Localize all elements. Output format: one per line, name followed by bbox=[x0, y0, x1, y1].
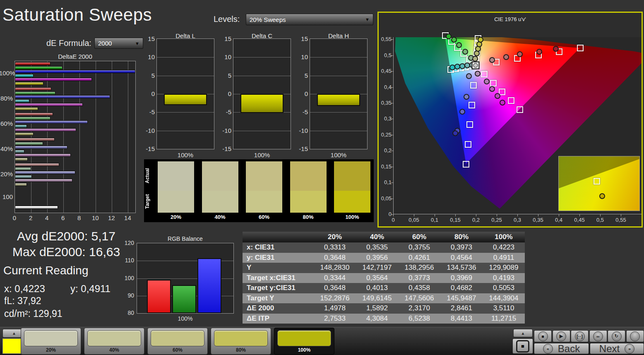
gridline bbox=[233, 76, 291, 76]
pattern-window-button[interactable]: ■ bbox=[512, 338, 533, 354]
current-x: x: 0,4223 bbox=[4, 283, 45, 295]
deltae-bar bbox=[15, 146, 67, 149]
table-row-label: Target Y bbox=[243, 294, 314, 302]
deltae-bar bbox=[15, 158, 28, 161]
patch-label: 40% bbox=[84, 347, 144, 353]
range-button[interactable]: [··] bbox=[571, 330, 589, 342]
deltae-bar bbox=[15, 138, 55, 141]
deltae-bar bbox=[15, 154, 71, 157]
x-tick-label: 0,5 bbox=[594, 217, 607, 223]
deltae-bar bbox=[15, 87, 51, 91]
table-cell: 0,3648 bbox=[314, 284, 356, 292]
deltae2000-group-labels: 100%80%60%40%20%100 bbox=[0, 61, 14, 213]
patch-button-80%[interactable]: 80% bbox=[211, 328, 271, 355]
y-tick-label: 80 bbox=[122, 309, 134, 316]
table-cell: 0,3313 bbox=[314, 243, 356, 252]
table-cell: 0,3773 bbox=[398, 274, 440, 282]
table-cell: 0,3969 bbox=[440, 274, 483, 282]
stop-icon: ■ bbox=[538, 331, 548, 341]
de-formula-dropdown[interactable]: 2000 ▼ bbox=[94, 38, 143, 49]
table-cell: 2,7533 bbox=[314, 314, 356, 323]
loop-icon: ∞ bbox=[593, 331, 603, 341]
y-tick-label: -15 bbox=[293, 145, 308, 152]
table-cell: 129,9089 bbox=[483, 264, 525, 272]
x-tick-label: 0,25 bbox=[490, 217, 503, 223]
patch-swatch bbox=[214, 330, 268, 346]
table-cell: 0,4223 bbox=[483, 243, 525, 252]
expand-controls-button[interactable]: ▲ bbox=[513, 329, 533, 337]
table-cell: 2,3170 bbox=[398, 304, 440, 312]
target-swatch bbox=[290, 191, 327, 213]
group-label: 100 bbox=[0, 193, 13, 200]
table-cell: 0,3344 bbox=[314, 274, 356, 282]
transport-controls: ■▶[··]∞↻ bbox=[534, 330, 644, 342]
play-button[interactable]: ▶ bbox=[553, 330, 570, 342]
current-fl: fL: 37,92 bbox=[4, 295, 41, 307]
patch-button-40%[interactable]: 40% bbox=[84, 328, 144, 355]
x-tick bbox=[600, 214, 601, 216]
table-header-cell: 40% bbox=[356, 233, 398, 241]
table-row: x: CIE310,33130,35350,37550,39730,4223 bbox=[243, 242, 525, 253]
y-tick-label: 0,15 bbox=[379, 163, 392, 170]
red-balance-bar bbox=[147, 280, 171, 313]
x-tick-label: 6 bbox=[57, 214, 69, 221]
gridline bbox=[157, 76, 214, 76]
deltae-bar bbox=[15, 74, 34, 77]
y-tick-label: 10 bbox=[293, 53, 308, 60]
stop-button[interactable]: ■ bbox=[534, 330, 552, 342]
refresh-icon: ↻ bbox=[612, 331, 622, 341]
y-tick-label: 90 bbox=[122, 292, 134, 299]
table-header-cell: 60% bbox=[398, 233, 440, 241]
deltae-bar bbox=[15, 142, 43, 145]
x-tick-label: 4 bbox=[41, 214, 53, 221]
deltae-bar bbox=[15, 113, 53, 116]
table-row: Target Y152,2876149,6145147,5606145,9487… bbox=[243, 293, 525, 304]
measurement-table: 20%40%60%80%100%x: CIE310,33130,35350,37… bbox=[243, 232, 525, 324]
range-icon: [··] bbox=[575, 331, 585, 341]
levels-dropdown[interactable]: 20% Sweeps ▼ bbox=[246, 14, 373, 25]
table-header-cell: 80% bbox=[440, 233, 483, 241]
chevron-up-icon: ▲ bbox=[521, 331, 525, 336]
actual-swatch bbox=[202, 161, 238, 191]
patch-button-60%[interactable]: 60% bbox=[147, 328, 208, 355]
current-cdm2: cd/m²: 129,91 bbox=[4, 308, 62, 319]
record-button[interactable] bbox=[626, 330, 644, 342]
deltae-bar bbox=[15, 171, 75, 174]
x-tick bbox=[621, 214, 621, 216]
x-tick bbox=[393, 214, 394, 216]
current-y: y: 0,4911 bbox=[70, 283, 111, 295]
table-row: y: CIE310,36480,39560,42610,45640,4911 bbox=[243, 253, 525, 263]
table-row-label: Target x:CIE31 bbox=[243, 274, 314, 282]
refresh-button[interactable]: ↻ bbox=[608, 330, 625, 342]
x-tick-label: 0,2 bbox=[469, 217, 483, 223]
gridline bbox=[63, 61, 64, 213]
cie-axes: 00,050,10,150,20,250,30,350,40,450,50,55… bbox=[379, 13, 642, 226]
deltae-bar bbox=[15, 70, 135, 73]
x-tick-label: 0 bbox=[387, 217, 400, 223]
cie-diagram-panel: CIE 1976 u'v' 00,050,10,150,20,250,30,35… bbox=[377, 12, 643, 228]
delta-bar bbox=[164, 94, 207, 105]
group-label: 20% bbox=[0, 170, 13, 178]
gridline bbox=[112, 61, 112, 213]
next-button[interactable]: Next » bbox=[590, 343, 644, 354]
loop-button[interactable]: ∞ bbox=[589, 330, 607, 342]
table-cell: 1,4978 bbox=[314, 304, 356, 312]
y-tick-label: 120 bbox=[122, 240, 134, 246]
gridline bbox=[157, 57, 214, 58]
x-tick-label: 8 bbox=[73, 214, 85, 221]
deltae-bar bbox=[15, 82, 43, 85]
patch-button-20%[interactable]: 20% bbox=[21, 328, 81, 355]
actual-swatch bbox=[246, 161, 282, 191]
x-tick bbox=[538, 214, 538, 216]
group-label: 40% bbox=[0, 145, 13, 152]
table-cell: 152,2876 bbox=[314, 294, 356, 302]
y-tick-label: -5 bbox=[293, 108, 308, 115]
delta_l-chart: Delta L151050-5-10-15100% bbox=[140, 32, 216, 158]
y-tick-label: -5 bbox=[140, 108, 155, 115]
x-tick bbox=[455, 214, 456, 216]
patch-button-100%[interactable]: 100% bbox=[274, 328, 334, 355]
delta_c-plot bbox=[233, 38, 291, 149]
deltae-bar bbox=[15, 62, 50, 65]
actual-target-strip: ActualTarget20%40%60%80%100% bbox=[144, 159, 374, 222]
back-button[interactable]: « Back bbox=[534, 343, 589, 354]
